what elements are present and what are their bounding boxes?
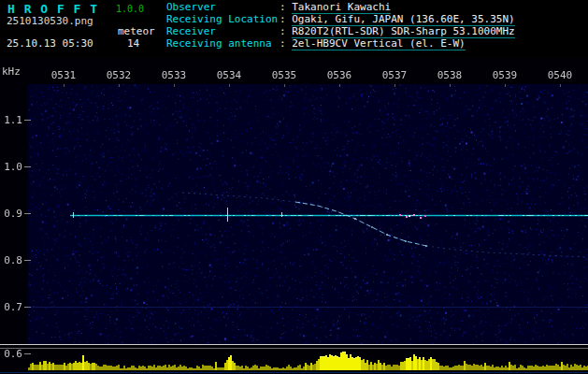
x-tick-label: 0536 [321,69,358,81]
x-tick-label: 0535 [265,69,303,81]
mode-label: meteor [118,25,155,37]
hrofft-screen: H R O F F T 1.0.0 2510130530.png meteor … [0,0,588,374]
header: H R O F F T 1.0.0 2510130530.png meteor … [0,0,588,58]
output-filename: 2510130530.png [7,15,93,27]
header-info-row: Receiver: R820T2(RTL-SDR) SDR-Sharp 53.1… [166,25,515,37]
info-colon: : [280,1,292,13]
info-colon: : [280,13,292,25]
app-version: 1.0.0 [116,4,144,14]
x-tick-label: 0534 [210,69,248,81]
spectrogram-canvas [0,58,588,374]
info-value: R820T2(RTL-SDR) SDR-Sharp 53.1000MHz [292,25,514,38]
info-label: Observer [166,1,280,13]
x-tick-label: 0533 [155,69,193,81]
info-value: Ogaki, Gifu, JAPAN (136.60E, 35.35N) [292,13,514,26]
y-tick-label: 1.1 [0,114,22,126]
info-label: Receiving Location [166,13,280,25]
info-colon: : [280,37,292,50]
x-tick-label: 0540 [541,69,579,81]
header-info: Observer: Takanori KawachiReceiving Loca… [166,1,515,50]
info-label: Receiving antenna [166,37,280,50]
datetime-label: 25.10.13 05:30 [7,37,93,50]
info-label: Receiver [166,25,280,37]
spectrogram-panel: kHz 053105320533053405350536053705380539… [0,58,588,374]
info-value: Takanori Kawachi [292,1,391,14]
header-info-row: Observer: Takanori Kawachi [166,1,515,13]
app-title: H R O F F T [7,2,98,16]
y-tick-label: 0.9 [0,208,22,220]
y-tick-label: 0.8 [0,254,22,266]
info-colon: : [280,25,292,37]
y-tick-label: 1.0 [0,161,22,173]
x-tick-label: 0538 [431,69,468,81]
info-value: 2el-HB9CV Vertical (el. E-W) [292,37,465,50]
y-tick-label: 0.7 [0,301,22,313]
header-info-row: Receiving antenna: 2el-HB9CV Vertical (e… [166,37,515,50]
header-info-row: Receiving Location: Ogaki, Gifu, JAPAN (… [166,13,515,25]
echo-count: 14 [127,37,139,50]
y-axis-unit: kHz [2,65,21,78]
x-tick-label: 0539 [486,69,523,81]
x-tick-label: 0537 [376,69,413,81]
x-tick-label: 0532 [100,69,137,81]
y-tick-label: 0.6 [0,348,22,360]
x-tick-label: 0531 [45,69,82,81]
